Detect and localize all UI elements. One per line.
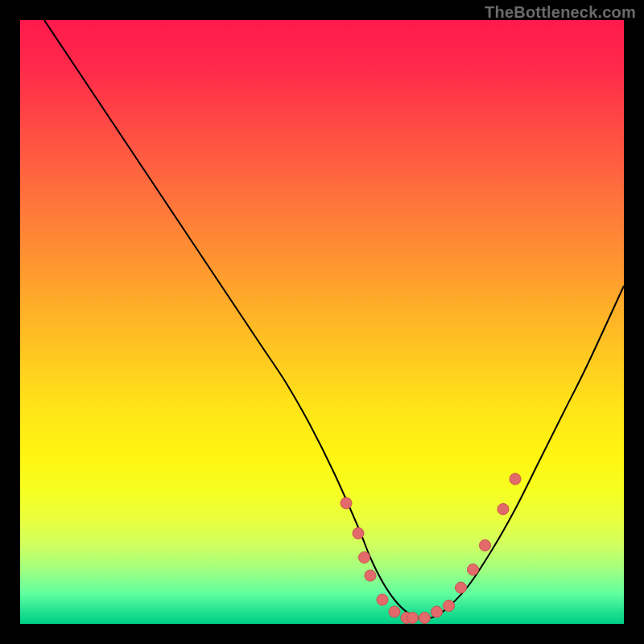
- watermark-text: TheBottleneck.com: [485, 3, 636, 22]
- curve-marker: [456, 582, 467, 593]
- curve-marker: [341, 497, 352, 509]
- curve-marker: [365, 570, 376, 581]
- bottleneck-curve: [44, 20, 624, 618]
- curve-marker: [468, 564, 479, 576]
- curve-marker: [431, 606, 443, 617]
- curve-marker: [389, 606, 400, 617]
- curve-marker: [353, 528, 364, 539]
- curve-marker: [444, 601, 455, 612]
- curve-marker: [359, 552, 370, 564]
- curve-marker: [419, 613, 431, 624]
- curve-marker: [480, 540, 491, 551]
- chart-frame: TheBottleneck.com: [0, 0, 644, 644]
- curve-marker: [377, 594, 388, 605]
- curve-marker: [407, 613, 419, 624]
- curve-marker: [497, 504, 509, 515]
- curve-marker: [510, 473, 521, 485]
- chart-svg: [20, 20, 624, 624]
